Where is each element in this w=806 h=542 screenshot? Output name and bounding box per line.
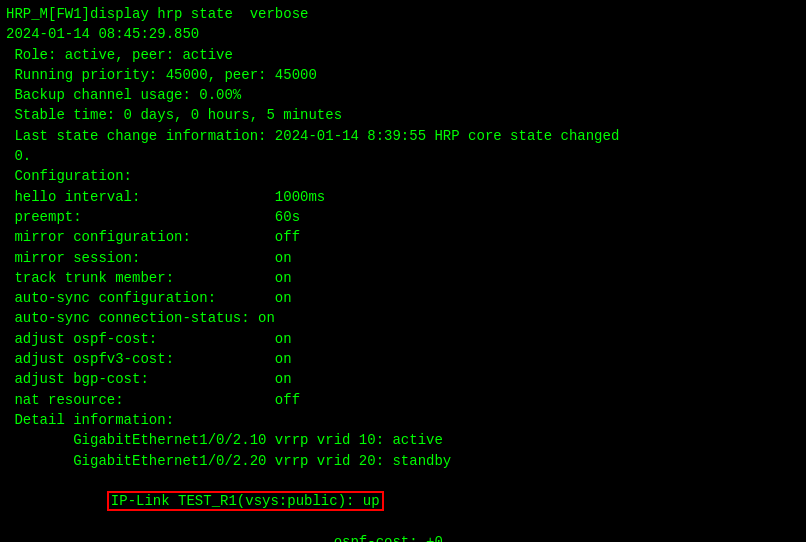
terminal-line-11: hello interval: 1000ms (6, 187, 800, 207)
terminal-line-21: nat resource: off (6, 390, 800, 410)
terminal-line-1: HRP_M[FW1]display hrp state verbose (6, 4, 800, 24)
terminal-line-16: auto-sync configuration: on (6, 288, 800, 308)
terminal-line-19: adjust ospfv3-cost: on (6, 349, 800, 369)
terminal-text-prefix (40, 493, 107, 509)
terminal-line-10: Configuration: (6, 166, 800, 186)
terminal-line-14: mirror session: on (6, 248, 800, 268)
terminal-line-18: adjust ospf-cost: on (6, 329, 800, 349)
terminal-line-8: 0. (6, 146, 800, 166)
terminal-line-17: auto-sync connection-status: on (6, 308, 800, 328)
terminal-line-3: Role: active, peer: active (6, 45, 800, 65)
terminal-line-4: Running priority: 45000, peer: 45000 (6, 65, 800, 85)
terminal-line-2: 2024-01-14 08:45:29.850 (6, 24, 800, 44)
terminal-line-24: GigabitEthernet1/0/2.10 vrrp vrid 10: ac… (6, 430, 800, 450)
highlighted-text: IP-Link TEST_R1(vsys:public): up (107, 491, 384, 511)
terminal-line-12: preempt: 60s (6, 207, 800, 227)
terminal-line-20: adjust bgp-cost: on (6, 369, 800, 389)
terminal-window: HRP_M[FW1]display hrp state verbose 2024… (0, 0, 806, 542)
terminal-line-25: GigabitEthernet1/0/2.20 vrrp vrid 20: st… (6, 451, 800, 471)
terminal-line-15: track trunk member: on (6, 268, 800, 288)
terminal-line-23: Detail information: (6, 410, 800, 430)
terminal-line-27: ospf-cost: +0 (6, 532, 800, 542)
terminal-line-5: Backup channel usage: 0.00% (6, 85, 800, 105)
terminal-line-13: mirror configuration: off (6, 227, 800, 247)
terminal-line-7: Last state change information: 2024-01-1… (6, 126, 800, 146)
terminal-line-6: Stable time: 0 days, 0 hours, 5 minutes (6, 105, 800, 125)
terminal-line-26: IP-Link TEST_R1(vsys:public): up (6, 471, 800, 532)
